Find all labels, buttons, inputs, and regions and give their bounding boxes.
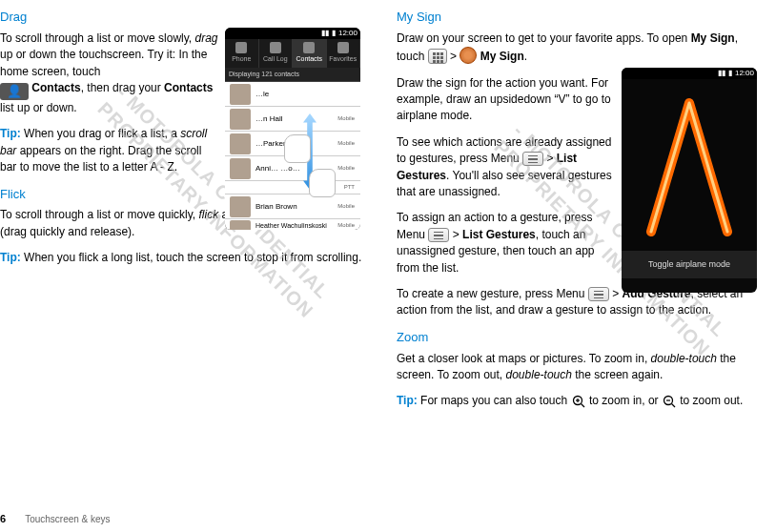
battery-icon: ▮: [728, 68, 732, 79]
drag-heading: Drag: [0, 9, 362, 27]
signal-icon: ▮▮: [718, 68, 725, 79]
status-time: 12:00: [338, 28, 357, 39]
mysign-paragraph-1: Draw on your screen to get to your favor…: [397, 31, 759, 66]
contact-row[interactable]: Heather WachulinskoskiMobile: [225, 219, 360, 230]
phone-mysign-mock: ▮▮ ▮ 12:00 Toggle airplane mode: [622, 68, 757, 293]
menu-icon: [522, 152, 543, 166]
contacts-tabs: Phone Call Log Contacts Favorites: [225, 39, 360, 68]
svg-line-1: [581, 404, 584, 408]
contact-row[interactable]: Brian BrownMobile: [225, 194, 360, 219]
launcher-icon: [428, 49, 447, 64]
signal-icon: ▮▮: [321, 28, 329, 39]
battery-icon: ▮: [332, 28, 336, 39]
mysign-icon: [459, 47, 477, 64]
zoom-heading: Zoom: [397, 329, 759, 347]
contact-row[interactable]: Anni… …o…Mobile: [225, 156, 360, 181]
contact-row[interactable]: PTT: [225, 181, 360, 194]
displaying-count: Displaying 121 contacts: [225, 68, 360, 82]
toggle-airplane-label: Toggle airplane mode: [622, 251, 757, 278]
flick-tip: Tip: When you flick a long list, touch t…: [0, 250, 362, 266]
zoom-tip: Tip: For maps you can also touch to zoom…: [397, 393, 759, 410]
contacts-icon: 👤: [0, 83, 29, 100]
section-name: Touchscreen & keys: [25, 513, 111, 527]
contact-row[interactable]: …ParkerMobile: [225, 132, 360, 156]
page-number: 6: [0, 512, 6, 527]
status-time: 12:00: [735, 68, 754, 79]
mysign-paragraph-2: Draw the sign for the action you want. F…: [397, 75, 616, 125]
zoom-in-icon: [571, 395, 586, 410]
zoom-paragraph-1: Get a closer look at maps or pictures. T…: [397, 351, 759, 384]
gesture-draw-area[interactable]: [622, 79, 757, 251]
menu-icon: [588, 287, 609, 301]
status-bar: ▮▮ ▮ 12:00: [225, 28, 360, 39]
mysign-heading: My Sign: [397, 9, 759, 27]
contact-row[interactable]: …n HallMobile: [225, 107, 360, 132]
svg-line-5: [671, 404, 675, 408]
tab-favorites[interactable]: Favorites: [327, 39, 361, 68]
zoom-out-icon: [662, 395, 677, 410]
status-bar: ▮▮ ▮ 12:00: [622, 68, 757, 79]
mysign-paragraph-4: To assign an action to a gesture, press …: [397, 210, 616, 276]
tab-call-log[interactable]: Call Log: [259, 39, 294, 68]
tab-contacts[interactable]: Contacts: [293, 39, 327, 68]
left-column: - MOTOROLA CONFIDENTIAL PROPRIETARY INFO…: [0, 5, 362, 491]
menu-icon: [428, 228, 449, 242]
drag-paragraph-1: To scroll through a list or move slowly,…: [0, 31, 219, 117]
mysign-paragraph-3: To see which actions are already assigne…: [397, 134, 616, 201]
page-footer: 6 Touchscreen & keys: [0, 512, 111, 527]
contact-row[interactable]: …le: [225, 82, 360, 107]
right-column: - MOTOROLA CONFIDENTIAL PROPRIETARY INFO…: [397, 5, 759, 491]
drag-tip: Tip: When you drag or flick a list, a sc…: [0, 126, 219, 175]
phone-contacts-mock: ▮▮ ▮ 12:00 Phone Call Log Contacts Favor…: [225, 28, 360, 230]
tab-phone[interactable]: Phone: [225, 39, 259, 68]
